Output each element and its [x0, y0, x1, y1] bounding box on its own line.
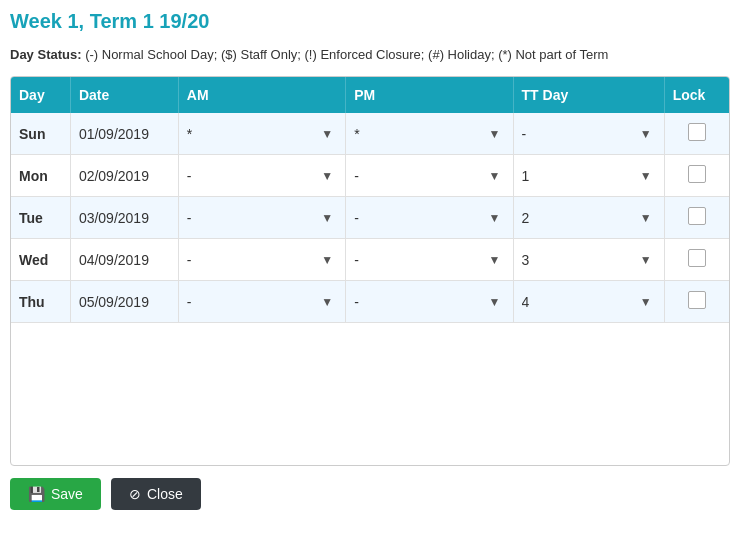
col-header-pm: PM: [346, 77, 513, 113]
pm-select[interactable]: *-(-)($)(!)(#): [354, 252, 504, 268]
tt-day-cell[interactable]: -12345▼: [513, 113, 664, 155]
tt-day-select[interactable]: -12345: [522, 126, 656, 142]
pm-select[interactable]: *-(-)($)(!)(#): [354, 168, 504, 184]
am-select[interactable]: *-(-)($)(!)(#): [187, 252, 337, 268]
schedule-table: Day Date AM PM TT Day Lock Sun01/09/2019…: [11, 77, 729, 323]
date-cell: 02/09/2019: [70, 155, 178, 197]
col-header-day: Day: [11, 77, 70, 113]
tt-day-select[interactable]: -12345: [522, 210, 656, 226]
save-label: Save: [51, 486, 83, 502]
pm-select[interactable]: *-(-)($)(!)(#): [354, 210, 504, 226]
am-cell[interactable]: *-(-)($)(!)(#)▼: [178, 113, 345, 155]
lock-checkbox[interactable]: [688, 291, 706, 309]
lock-cell[interactable]: [664, 239, 729, 281]
table-row: Mon02/09/2019*-(-)($)(!)(#)▼*-(-)($)(!)(…: [11, 155, 729, 197]
tt-day-select[interactable]: -12345: [522, 294, 656, 310]
table-row: Thu05/09/2019*-(-)($)(!)(#)▼*-(-)($)(!)(…: [11, 281, 729, 323]
col-header-date: Date: [70, 77, 178, 113]
footer-buttons: 💾 Save ⊘ Close: [10, 478, 730, 510]
date-cell: 03/09/2019: [70, 197, 178, 239]
close-icon: ⊘: [129, 486, 141, 502]
day-status-label: Day Status:: [10, 47, 82, 62]
pm-select[interactable]: *-(-)($)(!)(#): [354, 126, 504, 142]
page-title: Week 1, Term 1 19/20: [10, 10, 730, 33]
tt-day-cell[interactable]: -12345▼: [513, 197, 664, 239]
save-icon: 💾: [28, 486, 45, 502]
col-header-tt-day: TT Day: [513, 77, 664, 113]
tt-day-cell[interactable]: -12345▼: [513, 239, 664, 281]
am-select[interactable]: *-(-)($)(!)(#): [187, 126, 337, 142]
schedule-table-wrapper: Day Date AM PM TT Day Lock Sun01/09/2019…: [10, 76, 730, 466]
am-select[interactable]: *-(-)($)(!)(#): [187, 294, 337, 310]
am-select[interactable]: *-(-)($)(!)(#): [187, 210, 337, 226]
lock-cell[interactable]: [664, 197, 729, 239]
pm-cell[interactable]: *-(-)($)(!)(#)▼: [346, 239, 513, 281]
pm-cell[interactable]: *-(-)($)(!)(#)▼: [346, 113, 513, 155]
day-cell: Wed: [11, 239, 70, 281]
date-cell: 04/09/2019: [70, 239, 178, 281]
lock-checkbox[interactable]: [688, 249, 706, 267]
am-cell[interactable]: *-(-)($)(!)(#)▼: [178, 155, 345, 197]
close-button[interactable]: ⊘ Close: [111, 478, 201, 510]
day-cell: Mon: [11, 155, 70, 197]
lock-checkbox[interactable]: [688, 123, 706, 141]
close-label: Close: [147, 486, 183, 502]
tt-day-cell[interactable]: -12345▼: [513, 155, 664, 197]
lock-checkbox[interactable]: [688, 165, 706, 183]
col-header-am: AM: [178, 77, 345, 113]
am-cell[interactable]: *-(-)($)(!)(#)▼: [178, 239, 345, 281]
am-cell[interactable]: *-(-)($)(!)(#)▼: [178, 281, 345, 323]
save-button[interactable]: 💾 Save: [10, 478, 101, 510]
pm-cell[interactable]: *-(-)($)(!)(#)▼: [346, 281, 513, 323]
pm-cell[interactable]: *-(-)($)(!)(#)▼: [346, 197, 513, 239]
tt-day-cell[interactable]: -12345▼: [513, 281, 664, 323]
pm-select[interactable]: *-(-)($)(!)(#): [354, 294, 504, 310]
table-row: Tue03/09/2019*-(-)($)(!)(#)▼*-(-)($)(!)(…: [11, 197, 729, 239]
table-row: Wed04/09/2019*-(-)($)(!)(#)▼*-(-)($)(!)(…: [11, 239, 729, 281]
table-row: Sun01/09/2019*-(-)($)(!)(#)▼*-(-)($)(!)(…: [11, 113, 729, 155]
am-select[interactable]: *-(-)($)(!)(#): [187, 168, 337, 184]
lock-cell[interactable]: [664, 113, 729, 155]
day-status-text: (-) Normal School Day; ($) Staff Only; (…: [85, 47, 608, 62]
day-cell: Sun: [11, 113, 70, 155]
col-header-lock: Lock: [664, 77, 729, 113]
tt-day-select[interactable]: -12345: [522, 252, 656, 268]
pm-cell[interactable]: *-(-)($)(!)(#)▼: [346, 155, 513, 197]
day-cell: Thu: [11, 281, 70, 323]
date-cell: 01/09/2019: [70, 113, 178, 155]
day-status: Day Status: (-) Normal School Day; ($) S…: [10, 43, 730, 66]
date-cell: 05/09/2019: [70, 281, 178, 323]
day-cell: Tue: [11, 197, 70, 239]
lock-checkbox[interactable]: [688, 207, 706, 225]
am-cell[interactable]: *-(-)($)(!)(#)▼: [178, 197, 345, 239]
tt-day-select[interactable]: -12345: [522, 168, 656, 184]
lock-cell[interactable]: [664, 281, 729, 323]
lock-cell[interactable]: [664, 155, 729, 197]
